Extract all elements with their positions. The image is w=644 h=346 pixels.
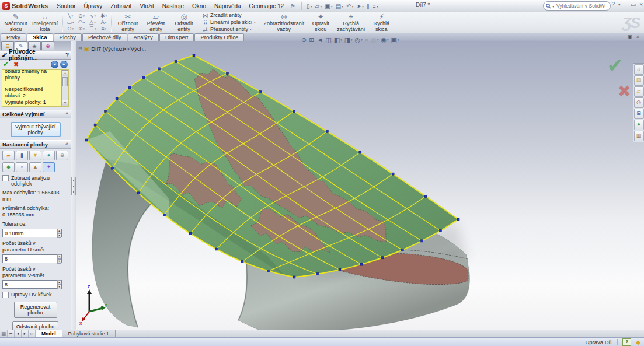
display-delete-relations-button[interactable]: ⊚ Zobrazit/odstranit vazby ▾ bbox=[262, 12, 307, 32]
scroll-up-icon[interactable]: ▲ bbox=[62, 70, 68, 76]
construction-line-icon[interactable]: ≡▾ bbox=[98, 26, 109, 32]
control-point[interactable] bbox=[158, 68, 161, 70]
search-icon[interactable]: ◎ bbox=[634, 97, 644, 108]
scene-icon[interactable]: ◍▾ bbox=[371, 36, 378, 44]
menu--pravy[interactable]: Úpravy bbox=[80, 2, 107, 11]
search-caret-icon[interactable]: ▾ bbox=[552, 4, 554, 8]
menu-okno[interactable]: Okno bbox=[188, 2, 210, 11]
search-input[interactable] bbox=[555, 2, 607, 9]
paperclip-icon[interactable]: ∥ bbox=[365, 2, 371, 10]
line-tool-icon[interactable]: ╲▾ bbox=[65, 13, 76, 19]
control-point[interactable] bbox=[241, 260, 243, 263]
status-help-icon[interactable]: ? bbox=[622, 338, 631, 346]
menu-n-stroje[interactable]: Nástroje bbox=[158, 2, 188, 11]
forward-button[interactable]: ► bbox=[60, 61, 68, 68]
control-point[interactable] bbox=[326, 130, 328, 132]
arc-tool-icon[interactable]: ◠▾ bbox=[76, 19, 87, 26]
splitter-grip[interactable] bbox=[71, 177, 76, 195]
resources-home-icon[interactable]: ⌂ bbox=[634, 64, 644, 75]
circle-tool-icon[interactable]: ⊙▾ bbox=[76, 13, 87, 19]
sketch-button[interactable]: ✎ Načrtnout skicu ▾ bbox=[2, 12, 30, 32]
previous-view-icon[interactable]: ◄ bbox=[316, 36, 323, 43]
spin-down-icon[interactable]: ▾ bbox=[57, 259, 61, 264]
convert-entities-button[interactable]: ▱ Převést entity ▾ bbox=[142, 12, 170, 32]
control-point[interactable] bbox=[401, 249, 403, 251]
control-point[interactable] bbox=[267, 270, 270, 272]
point-tool-icon[interactable]: ⊕▾ bbox=[76, 26, 87, 32]
scroll-thumb[interactable] bbox=[62, 77, 68, 86]
rectangle-tool-icon[interactable]: ▭▾ bbox=[65, 19, 76, 26]
control-point[interactable] bbox=[293, 110, 295, 113]
control-point[interactable] bbox=[142, 76, 145, 79]
quick-snaps-button[interactable]: ⌖ Rychlá zachytávání ▾ bbox=[335, 12, 367, 32]
status-tag-icon[interactable]: ◆ bbox=[636, 339, 644, 345]
spin-up-icon[interactable]: ▴ bbox=[57, 280, 61, 285]
view-palette-icon[interactable]: ⊞ bbox=[634, 109, 644, 119]
control-point[interactable] bbox=[112, 167, 114, 169]
display-style-icon[interactable]: ◨▾ bbox=[344, 36, 353, 44]
linear-pattern-item[interactable]: ⠿Lineární pole skici ▾ bbox=[202, 19, 256, 26]
control-point[interactable] bbox=[424, 195, 427, 197]
control-point[interactable] bbox=[439, 230, 441, 232]
appearances-icon[interactable]: ● bbox=[365, 36, 369, 43]
ok-button[interactable]: ✔ bbox=[3, 60, 9, 68]
control-point[interactable] bbox=[420, 240, 423, 242]
extract-remaining-faces-button[interactable]: Vyjmout zbývající plochy bbox=[11, 122, 61, 137]
section-total-extraction[interactable]: Celkové vyjmutí ^ bbox=[0, 110, 71, 118]
u-segments-input[interactable] bbox=[3, 256, 57, 263]
regenerate-face-button[interactable]: Regenerovat plochu bbox=[14, 302, 57, 318]
select-icon[interactable]: ➤▾ bbox=[356, 2, 365, 10]
sketch-fillet-icon[interactable]: ✱▾ bbox=[98, 13, 109, 19]
new-document-icon[interactable]: ▯▾ bbox=[305, 2, 314, 10]
trim-entities-button[interactable]: ✂ Oříznout entity ▾ bbox=[114, 12, 142, 32]
control-point[interactable] bbox=[105, 110, 107, 112]
doc-restore-button[interactable]: ▣ bbox=[627, 34, 632, 40]
spin-up-icon[interactable]: ▴ bbox=[57, 254, 61, 259]
repair-sketch-button[interactable]: ✦ Opravit skicu bbox=[307, 12, 335, 32]
design-library-icon[interactable]: ▤ bbox=[634, 75, 644, 86]
tree-node-icon[interactable]: ⊟ bbox=[78, 46, 82, 51]
face-type-cylinder-icon[interactable]: ▮ bbox=[16, 151, 28, 160]
tolerance-input[interactable] bbox=[3, 230, 57, 237]
print-icon[interactable]: ▤▾ bbox=[335, 2, 344, 10]
menu-soubor[interactable]: Soubor bbox=[53, 2, 79, 11]
open-icon[interactable]: ▱▾ bbox=[314, 2, 323, 10]
v-segments-input[interactable] bbox=[3, 281, 57, 288]
menu-vlo-it[interactable]: Vložit bbox=[135, 2, 158, 11]
control-point[interactable] bbox=[359, 151, 361, 153]
v-spinner[interactable]: ▴ ▾ bbox=[57, 280, 61, 289]
cancel-button[interactable]: ✖ bbox=[13, 61, 19, 68]
spline-tool-icon[interactable]: ∿▾ bbox=[87, 13, 98, 19]
help-caret-icon[interactable]: ▾ bbox=[618, 2, 620, 6]
control-point[interactable] bbox=[215, 248, 218, 250]
control-point[interactable] bbox=[189, 232, 192, 235]
control-point[interactable] bbox=[85, 139, 88, 141]
close-button[interactable]: × bbox=[639, 1, 643, 8]
zoom-fit-icon[interactable]: ⊕ bbox=[301, 36, 307, 44]
control-point[interactable] bbox=[226, 72, 228, 75]
tab-skica[interactable]: Skica bbox=[27, 33, 53, 41]
doc-close-button[interactable]: × bbox=[636, 34, 639, 40]
collapse-chevron-icon[interactable]: ^ bbox=[65, 142, 68, 147]
face-type-ruled-icon[interactable]: ◆ bbox=[2, 162, 15, 172]
save-icon[interactable]: ▣▾ bbox=[323, 2, 333, 10]
search-box[interactable]: ▾ bbox=[543, 1, 611, 11]
undo-icon[interactable]: ↶▾ bbox=[345, 2, 354, 10]
uv-curves-checkbox[interactable] bbox=[2, 292, 9, 298]
control-point[interactable] bbox=[94, 124, 96, 126]
control-point[interactable] bbox=[175, 60, 177, 62]
face-type-freeform-icon[interactable]: ✦ bbox=[43, 162, 55, 172]
control-point[interactable] bbox=[193, 54, 195, 57]
mirror-entities-item[interactable]: ⋈Zrcadlit entity bbox=[202, 12, 256, 19]
deviation-analysis-checkbox[interactable] bbox=[2, 175, 9, 181]
custom-properties-icon[interactable]: ▥ bbox=[634, 131, 644, 141]
view-orientation-icon[interactable]: ◧▾ bbox=[334, 36, 342, 44]
file-explorer-icon[interactable]: ▱ bbox=[634, 86, 644, 97]
rapid-sketch-button[interactable]: ⚡ Rychlá skica bbox=[367, 12, 395, 32]
graphics-viewport[interactable]: Z Y X ⊟ ▣ Díl7 (Výchozí<<Vých.. ✔ ✖ ⌂▤▱◎… bbox=[76, 41, 644, 330]
control-point[interactable] bbox=[360, 263, 363, 265]
face-type-sphere-icon[interactable]: ● bbox=[43, 151, 55, 160]
menu-n-pov-da[interactable]: Nápověda bbox=[210, 2, 245, 11]
zoom-area-icon[interactable]: ⊞ bbox=[309, 36, 314, 44]
view-settings-icon[interactable]: ◉▾ bbox=[381, 36, 388, 44]
